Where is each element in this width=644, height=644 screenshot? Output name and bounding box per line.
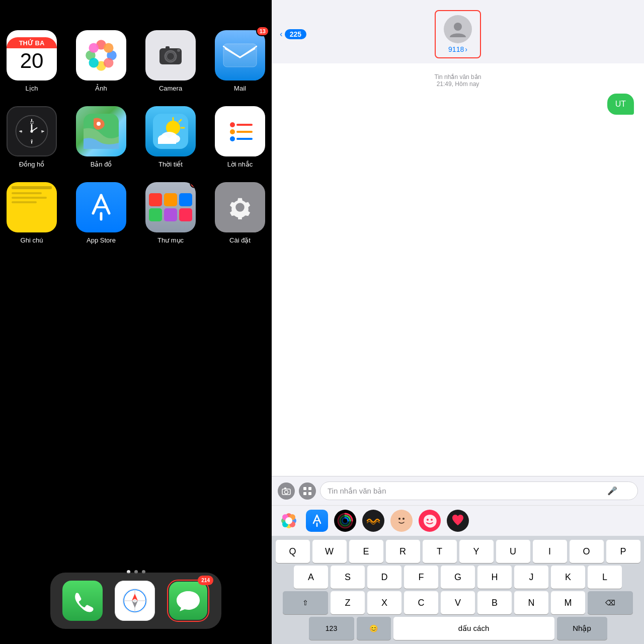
shortcut-activity[interactable] <box>334 510 356 532</box>
key-space[interactable]: dấu cách <box>393 617 554 640</box>
camera-icon <box>156 41 185 69</box>
key-z[interactable]: Z <box>331 591 365 614</box>
keyboard: Q W E R T Y U I O P A S D F G H J K L ⇧ … <box>272 536 644 644</box>
dock-phone[interactable] <box>62 581 103 621</box>
svg-rect-66 <box>308 492 311 495</box>
app-appstore[interactable]: App Store <box>73 182 129 244</box>
key-k[interactable]: K <box>551 566 585 589</box>
shortcut-music[interactable] <box>362 510 384 532</box>
app-label-mail: Mail <box>234 85 246 92</box>
key-o[interactable]: O <box>570 540 604 563</box>
shortcut-memoji[interactable] <box>390 510 413 532</box>
keyboard-row-1: Q W E R T Y U I O P <box>274 540 642 563</box>
messages-header: ‹ 225 9118 › <box>272 0 644 63</box>
contact-chevron: › <box>465 45 467 53</box>
key-p[interactable]: P <box>606 540 640 563</box>
key-e[interactable]: E <box>349 540 383 563</box>
svg-text:9: 9 <box>20 130 22 133</box>
key-b[interactable]: B <box>477 591 512 614</box>
timestamp-label: Tin nhắn văn bản 21:49, Hôm nay <box>282 73 634 88</box>
key-s[interactable]: S <box>331 566 365 589</box>
svg-rect-17 <box>223 44 257 67</box>
key-j[interactable]: J <box>514 566 548 589</box>
shortcut-appstore[interactable] <box>306 510 328 532</box>
message-input-field[interactable]: Tin nhắn văn bản 🎤 <box>320 481 638 500</box>
dock-safari[interactable] <box>115 581 155 621</box>
app-calendar[interactable]: THỨ BA 20 Lịch <box>4 30 59 92</box>
key-h[interactable]: H <box>477 566 512 589</box>
key-n[interactable]: N <box>514 591 548 614</box>
key-r[interactable]: R <box>386 540 420 563</box>
shortcut-stickers[interactable] <box>419 510 441 532</box>
key-a[interactable]: A <box>294 566 328 589</box>
key-emoji[interactable]: 😊 <box>357 617 391 640</box>
app-camera[interactable]: Camera <box>143 30 198 92</box>
camera-input-button[interactable] <box>278 482 295 500</box>
app-maps[interactable]: Bản đồ <box>73 106 129 168</box>
message-body: Tin nhắn văn bản 21:49, Hôm nay UT <box>272 63 644 476</box>
shortcut-music-icon <box>365 513 381 529</box>
shortcut-heart[interactable] <box>447 510 469 532</box>
app-label-folder: Thư mục <box>157 236 184 244</box>
svg-text:12: 12 <box>30 121 34 124</box>
app-clock[interactable]: 12 6 9 3 Đồng hồ <box>4 106 59 168</box>
shortcut-appstore-icon <box>310 514 324 528</box>
key-d[interactable]: D <box>367 566 401 589</box>
key-t[interactable]: T <box>423 540 457 563</box>
key-q[interactable]: Q <box>276 540 310 563</box>
svg-point-45 <box>230 129 235 134</box>
svg-rect-63 <box>303 487 306 490</box>
key-g[interactable]: G <box>441 566 475 589</box>
key-delete[interactable]: ⌫ <box>588 591 633 614</box>
dock-messages[interactable]: 214 <box>167 580 209 622</box>
app-label-camera: Camera <box>159 85 182 92</box>
svg-rect-41 <box>158 138 176 144</box>
app-photos[interactable]: Ảnh <box>73 30 129 92</box>
messages-screen: ‹ 225 9118 › Tin nhắn văn bản 21:49, Hôm… <box>272 0 644 644</box>
weather-icon <box>153 114 188 149</box>
key-f[interactable]: F <box>404 566 438 589</box>
key-l[interactable]: L <box>588 566 622 589</box>
home-screen: THỨ BA 20 Lịch Ảnh <box>0 0 272 644</box>
app-label-settings: Cài đặt <box>229 236 251 244</box>
back-button[interactable]: ‹ 225 <box>280 29 306 39</box>
contact-info[interactable]: 9118 › <box>435 10 481 58</box>
key-x[interactable]: X <box>367 591 401 614</box>
svg-text:3: 3 <box>41 130 43 133</box>
message-row-sent: UT <box>282 94 634 115</box>
app-mail[interactable]: 13 Mail <box>212 30 268 92</box>
app-folder[interactable]: 1 Thư mục <box>143 182 198 244</box>
input-placeholder: Tin nhắn văn bản <box>328 487 386 496</box>
key-y[interactable]: Y <box>459 540 494 563</box>
app-label-appstore: App Store <box>87 236 116 244</box>
svg-line-48 <box>93 195 101 213</box>
keyboard-row-4: 123 😊 dấu cách Nhập <box>274 617 642 640</box>
key-i[interactable]: I <box>533 540 567 563</box>
person-silhouette-icon <box>449 20 467 38</box>
svg-point-47 <box>230 136 235 141</box>
key-u[interactable]: U <box>496 540 530 563</box>
svg-rect-65 <box>303 492 306 495</box>
app-reminders[interactable]: Lời nhắc <box>212 106 268 168</box>
key-number[interactable]: 123 <box>309 617 354 640</box>
shortcut-photos[interactable] <box>278 510 300 532</box>
apps-input-button[interactable] <box>299 482 316 500</box>
maps-icon <box>84 114 119 149</box>
app-weather[interactable]: Thời tiết <box>143 106 198 168</box>
svg-point-43 <box>230 122 235 127</box>
key-m[interactable]: M <box>551 591 585 614</box>
key-return[interactable]: Nhập <box>557 617 607 640</box>
app-notes[interactable]: Ghi chú <box>4 182 59 244</box>
back-badge: 225 <box>285 29 306 39</box>
svg-point-8 <box>96 50 107 61</box>
shortcut-activity-icon <box>337 513 353 529</box>
messages-icon <box>176 589 201 612</box>
messages-badge: 214 <box>198 576 213 585</box>
key-shift[interactable]: ⇧ <box>283 591 328 614</box>
app-settings[interactable]: Cài đặt <box>212 182 268 244</box>
key-w[interactable]: W <box>312 540 347 563</box>
calendar-date: 20 <box>20 48 44 73</box>
app-label-weather: Thời tiết <box>158 160 183 168</box>
key-c[interactable]: C <box>404 591 438 614</box>
key-v[interactable]: V <box>441 591 475 614</box>
